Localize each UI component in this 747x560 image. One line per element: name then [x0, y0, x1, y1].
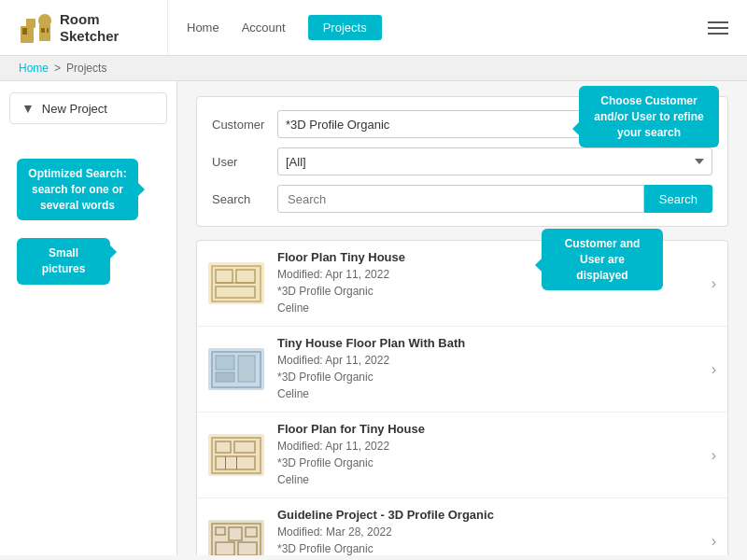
- sidebar: ▼ New Project: [0, 81, 177, 555]
- svg-rect-5: [41, 28, 45, 33]
- svg-rect-6: [47, 28, 49, 33]
- svg-rect-22: [212, 524, 261, 556]
- user-select[interactable]: [All]: [277, 147, 712, 175]
- project-name: Tiny House Floor Plan With Bath: [277, 336, 704, 350]
- tooltip-customer: Choose Customer and/or User to refine yo…: [579, 86, 719, 147]
- project-meta: Modified: Mar 28, 2022 *3D Profile Organ…: [277, 524, 704, 555]
- chevron-right-icon: ›: [712, 361, 716, 378]
- user-label: User: [212, 155, 277, 169]
- project-info: Tiny House Floor Plan With Bath Modified…: [277, 336, 704, 402]
- svg-rect-13: [216, 356, 234, 370]
- project-info: Floor Plan for Tiny House Modified: Apr …: [277, 422, 704, 488]
- search-input[interactable]: [277, 185, 644, 213]
- user-row: User [All]: [212, 147, 712, 175]
- svg-rect-1: [26, 19, 35, 28]
- header: RoomSketcher Home Account Projects: [0, 0, 747, 56]
- tooltip-displayed: Customer and User are displayed: [542, 229, 663, 290]
- new-project-button[interactable]: ▼ New Project: [9, 92, 167, 124]
- svg-rect-14: [238, 356, 255, 382]
- svg-rect-2: [22, 28, 27, 35]
- arrow-down-icon: ▼: [21, 101, 35, 116]
- svg-rect-15: [216, 372, 234, 382]
- main-layout: ▼ New Project Customer *3D Profile Organ…: [0, 81, 747, 555]
- chevron-right-icon: ›: [712, 533, 716, 550]
- chevron-right-icon: ›: [712, 275, 716, 292]
- tooltip-pictures: Small pictures: [17, 238, 110, 285]
- project-thumbnail: [208, 520, 264, 555]
- chevron-right-icon: ›: [712, 447, 716, 464]
- project-thumbnail: [208, 434, 264, 476]
- svg-rect-4: [39, 24, 50, 41]
- new-project-label: New Project: [42, 102, 107, 116]
- nav-projects[interactable]: Projects: [308, 15, 382, 40]
- svg-rect-21: [236, 456, 237, 469]
- breadcrumb-separator: >: [54, 62, 61, 75]
- search-row: Search Search: [212, 185, 712, 213]
- project-thumbnail: [208, 348, 264, 390]
- table-row[interactable]: Tiny House Floor Plan With Bath Modified…: [197, 327, 727, 413]
- table-row[interactable]: Floor Plan for Tiny House Modified: Apr …: [197, 413, 727, 498]
- breadcrumb: Home > Projects: [0, 56, 747, 81]
- project-info: Guideline Project - 3D Profile Organic M…: [277, 508, 704, 555]
- svg-rect-20: [225, 456, 226, 469]
- project-meta: Modified: Apr 11, 2022 *3D Profile Organ…: [277, 352, 704, 402]
- tooltip-optimized: Optimized Search: search for one or seve…: [17, 159, 138, 220]
- search-label: Search: [212, 192, 277, 206]
- search-button[interactable]: Search: [644, 185, 712, 213]
- project-name: Floor Plan for Tiny House: [277, 422, 704, 436]
- logo-area: RoomSketcher: [19, 0, 168, 55]
- logo-text: RoomSketcher: [60, 11, 119, 45]
- nav-account[interactable]: Account: [242, 21, 286, 35]
- project-meta: Modified: Apr 11, 2022 *3D Profile Organ…: [277, 438, 704, 488]
- hamburger-menu[interactable]: [708, 21, 728, 35]
- project-name: Guideline Project - 3D Profile Organic: [277, 508, 704, 522]
- content-area: Customer *3D Profile Organic User [All] …: [177, 81, 747, 555]
- nav-home[interactable]: Home: [187, 21, 219, 35]
- table-row[interactable]: Guideline Project - 3D Profile Organic M…: [197, 498, 727, 555]
- project-thumbnail: [208, 262, 264, 304]
- main-nav: Home Account Projects: [187, 15, 708, 40]
- customer-label: Customer: [212, 118, 277, 132]
- breadcrumb-current: Projects: [66, 62, 106, 75]
- logo-icon: [19, 11, 52, 45]
- breadcrumb-home[interactable]: Home: [19, 62, 49, 75]
